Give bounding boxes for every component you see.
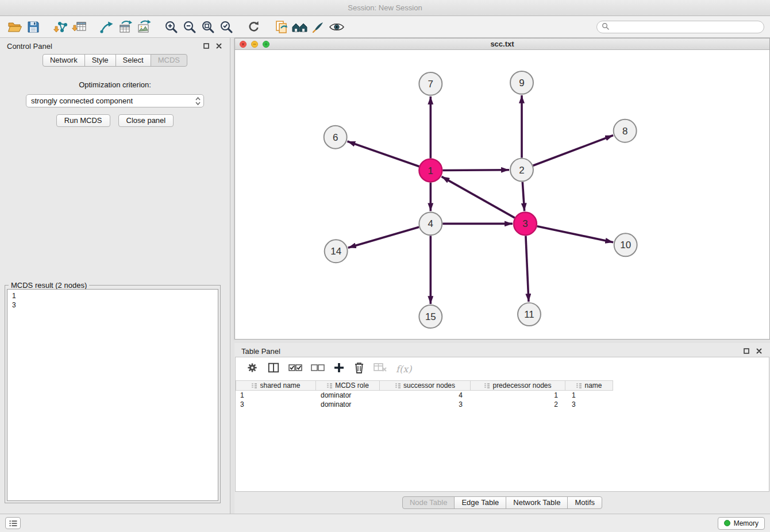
apply-style-icon[interactable]	[309, 18, 328, 36]
column-header-predecessor-nodes[interactable]: predecessor nodes	[470, 380, 565, 391]
table-cell: 3	[236, 400, 316, 408]
table-row[interactable]: 3dominator323	[236, 400, 769, 409]
graph-node-3[interactable]: 3	[514, 212, 537, 235]
graph-node-2[interactable]: 2	[510, 159, 533, 182]
maximize-window-icon[interactable]	[263, 41, 270, 48]
table-cell: 2	[472, 400, 567, 408]
control-panel-tabs: Network Style Select MCDS	[0, 54, 230, 67]
tab-network-table[interactable]: Network Table	[506, 496, 568, 509]
graph-edge-2-8[interactable]	[533, 136, 614, 166]
column-header-name[interactable]: name	[565, 380, 613, 391]
vertical-splitter[interactable]	[230, 38, 234, 514]
graph-node-10[interactable]: 10	[614, 233, 637, 256]
table-cell: 3	[567, 400, 615, 408]
close-window-icon[interactable]	[240, 41, 247, 48]
column-options-icon	[326, 383, 333, 388]
export-image-icon[interactable]	[134, 18, 153, 36]
column-header-shared-name[interactable]: shared name	[236, 380, 316, 391]
zoom-selected-icon[interactable]	[217, 18, 236, 36]
graph-node-9[interactable]: 9	[510, 71, 533, 94]
open-folder-icon[interactable]	[6, 18, 24, 36]
add-column-icon[interactable]	[333, 362, 345, 376]
toggle-columns-icon[interactable]	[267, 361, 280, 376]
criterion-dropdown-value: strongly connected component	[31, 97, 133, 105]
table-cell: 1	[567, 391, 615, 399]
svg-text:10: 10	[620, 240, 631, 250]
svg-text:1: 1	[428, 165, 433, 176]
run-mcds-button[interactable]: Run MCDS	[56, 114, 110, 127]
mcds-result-box: 1 3	[7, 289, 218, 501]
deselect-all-icon[interactable]	[311, 363, 325, 375]
network-canvas[interactable]: 7968124314101511	[235, 50, 769, 339]
tab-node-table[interactable]: Node Table	[402, 496, 455, 509]
close-panel-button[interactable]: Close panel	[118, 114, 174, 127]
close-table-panel-icon[interactable]	[755, 347, 763, 355]
svg-text:3: 3	[522, 218, 528, 229]
graph-edge-3-1[interactable]	[441, 176, 514, 218]
graph-edge-4-14[interactable]	[348, 227, 419, 248]
graph-edge-1-6[interactable]	[347, 141, 419, 167]
graph-edge-3-11[interactable]	[526, 236, 529, 302]
table-panel: Table Panel	[234, 343, 770, 511]
gear-icon[interactable]	[246, 361, 259, 376]
zoom-out-icon[interactable]	[180, 18, 199, 36]
svg-text:4: 4	[428, 218, 433, 229]
column-header-successor-nodes[interactable]: successor nodes	[379, 380, 471, 391]
graph-node-14[interactable]: 14	[325, 240, 348, 263]
close-panel-icon[interactable]	[215, 42, 223, 50]
minimize-window-icon[interactable]	[251, 41, 258, 48]
table-cell: dominator	[316, 400, 380, 408]
graph-node-15[interactable]: 15	[419, 305, 442, 328]
graph-node-1[interactable]: 1	[419, 159, 442, 182]
table-cell: 1	[472, 391, 567, 399]
tab-edge-table[interactable]: Edge Table	[454, 496, 506, 509]
clone-network-icon[interactable]	[98, 18, 116, 36]
svg-text:8: 8	[622, 126, 627, 137]
zoom-fit-icon[interactable]	[199, 18, 217, 36]
optimization-criterion-label: Optimization criterion:	[0, 80, 230, 89]
graph-node-6[interactable]: 6	[324, 126, 347, 149]
graph-node-11[interactable]: 11	[518, 303, 541, 326]
network-table-icon[interactable]	[116, 18, 134, 36]
tab-motifs[interactable]: Motifs	[567, 496, 602, 509]
column-options-icon	[484, 383, 490, 388]
graph-edge-2-3[interactable]	[522, 182, 524, 211]
tab-network[interactable]: Network	[43, 54, 85, 67]
table-cell: 3	[380, 400, 472, 408]
table-row[interactable]: 1dominator411	[236, 391, 769, 400]
search-input[interactable]	[611, 23, 759, 32]
refresh-icon[interactable]	[245, 18, 263, 36]
tab-select[interactable]: Select	[116, 54, 151, 67]
graph-node-4[interactable]: 4	[419, 212, 442, 235]
menu-list-icon[interactable]	[5, 517, 21, 529]
graph-edge-1-2[interactable]	[442, 170, 509, 171]
tab-style[interactable]: Style	[84, 54, 116, 67]
save-icon[interactable]	[24, 18, 43, 36]
graph-edge-3-10[interactable]	[537, 226, 613, 242]
import-table-icon[interactable]	[70, 18, 88, 36]
column-options-icon	[251, 383, 257, 388]
copy-view-icon[interactable]	[272, 18, 291, 36]
criterion-dropdown[interactable]: strongly connected component	[26, 94, 204, 107]
app-title: Session: New Session	[348, 3, 422, 12]
graph-node-7[interactable]: 7	[419, 72, 442, 95]
column-header-mcds-role[interactable]: MCDS role	[315, 380, 380, 391]
memory-status-icon	[724, 520, 730, 526]
float-panel-icon[interactable]	[202, 42, 210, 50]
tab-mcds[interactable]: MCDS	[151, 54, 187, 67]
zoom-in-icon[interactable]	[162, 18, 180, 36]
mcds-result-line: 3	[12, 300, 213, 310]
search-field[interactable]	[596, 21, 764, 33]
home-layout-icon[interactable]	[291, 18, 309, 36]
mcds-result-line: 1	[12, 291, 213, 300]
graph-node-8[interactable]: 8	[614, 119, 637, 142]
node-table-body: 1dominator4113dominator323	[236, 391, 769, 409]
memory-button-label: Memory	[734, 519, 759, 527]
memory-button[interactable]: Memory	[718, 517, 765, 530]
import-network-icon[interactable]	[52, 18, 70, 36]
table-panel-title: Table Panel	[241, 347, 738, 356]
delete-columns-icon[interactable]	[353, 361, 365, 376]
float-table-panel-icon[interactable]	[742, 347, 750, 355]
select-all-icon[interactable]	[288, 363, 302, 375]
eye-icon[interactable]	[328, 18, 346, 36]
